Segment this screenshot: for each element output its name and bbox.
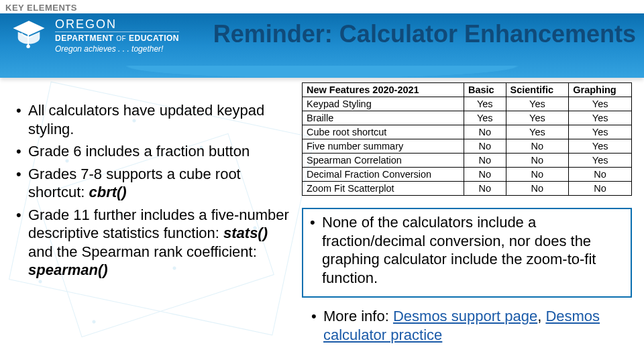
feature-value-cell: No [464,168,506,182]
feature-value-cell: No [506,139,569,154]
left-bullet-list: All calculators have updated keypad styl… [16,101,290,280]
col-header: Basic [464,83,506,97]
content-area: All calculators have updated keypad styl… [0,97,644,362]
oregon-doe-logo: OREGON DEPARTMENT OF EDUCATION Oregon ac… [9,15,179,56]
svg-rect-1 [28,34,29,45]
table-row: Five number summaryNoNoYes [303,139,632,154]
more-info-list: More info: Desmos support page, Desmos c… [302,307,632,344]
more-info-item: More info: Desmos support page, Desmos c… [311,307,632,344]
left-column: All calculators have updated keypad styl… [0,97,295,362]
feature-value-cell: Yes [506,111,569,125]
key-elements-label: KEY ELEMENTS [5,3,77,13]
feature-value-cell: Yes [464,111,506,125]
right-column: New Features 2020-2021 Basic Scientific … [295,97,644,362]
svg-marker-0 [13,21,44,36]
logo-tagline: Oregon achieves . . . together! [55,45,179,53]
slide-title: Reminder: Calculator Enhancements [213,20,636,48]
list-item: Grade 6 includes a fraction button [16,142,290,161]
feature-value-cell: No [506,182,569,196]
col-header: Graphing [569,83,632,97]
feature-name-cell: Cube root shortcut [303,125,464,139]
col-header: Scientific [506,83,569,97]
feature-value-cell: No [464,154,506,168]
col-header: New Features 2020-2021 [303,83,464,97]
logo-state-name: OREGON [55,18,179,32]
feature-value-cell: No [464,182,506,196]
features-table: New Features 2020-2021 Basic Scientific … [302,82,632,196]
feature-value-cell: Yes [464,97,506,111]
feature-value-cell: Yes [506,97,569,111]
feature-name-cell: Five number summary [303,139,464,154]
table-header-row: New Features 2020-2021 Basic Scientific … [303,83,632,97]
table-row: Decimal Fraction ConversionNoNoNo [303,168,632,182]
feature-name-cell: Keypad Styling [303,97,464,111]
feature-name-cell: Braille [303,111,464,125]
callout-text: None of the calculators include a fracti… [310,213,624,287]
table-row: Zoom Fit ScatterplotNoNoNo [303,182,632,196]
feature-value-cell: Yes [569,97,632,111]
feature-value-cell: No [464,125,506,139]
feature-name-cell: Decimal Fraction Conversion [303,168,464,182]
svg-point-2 [26,44,30,48]
table-row: Cube root shortcutNoYesYes [303,125,632,139]
logo-text-block: OREGON DEPARTMENT OF EDUCATION Oregon ac… [55,18,179,53]
feature-value-cell: Yes [569,154,632,168]
table-row: Spearman CorrelationNoNoYes [303,154,632,168]
feature-value-cell: Yes [569,139,632,154]
table-row: BrailleYesYesYes [303,111,632,125]
feature-value-cell: No [506,168,569,182]
feature-name-cell: Spearman Correlation [303,154,464,168]
feature-name-cell: Zoom Fit Scatterplot [303,182,464,196]
graduation-cap-icon [9,15,48,56]
feature-value-cell: No [464,139,506,154]
feature-value-cell: No [569,168,632,182]
list-item: All calculators have updated keypad styl… [16,101,290,138]
desmos-support-link[interactable]: Desmos support page [393,308,537,324]
feature-value-cell: Yes [506,125,569,139]
table-row: Keypad StylingYesYesYes [303,97,632,111]
list-item: Grade 11 further includes a five-number … [16,206,290,280]
feature-value-cell: No [506,154,569,168]
feature-value-cell: No [569,182,632,196]
list-item: Grades 7-8 supports a cube root shortcut… [16,165,290,202]
feature-value-cell: Yes [569,111,632,125]
more-info-label: More info: [323,308,393,324]
feature-value-cell: Yes [569,125,632,139]
logo-dept-line: DEPARTMENT OF EDUCATION [55,34,179,42]
callout-box: None of the calculators include a fracti… [302,208,632,298]
